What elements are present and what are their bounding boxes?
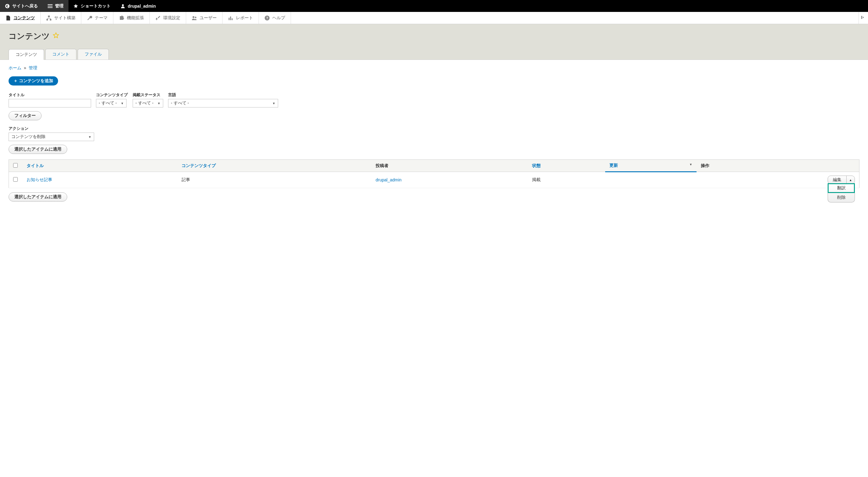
tab-files[interactable]: ファイル <box>78 49 109 60</box>
menu-appearance[interactable]: テーマ <box>81 12 114 24</box>
people-icon <box>192 15 197 21</box>
puzzle-icon <box>119 15 124 21</box>
action-value: コンテンツを削除 <box>11 134 45 140</box>
apply-top-label: 選択したアイテムに適用 <box>14 146 61 151</box>
page-title: コンテンツ <box>8 31 50 41</box>
svg-point-0 <box>5 4 9 8</box>
tools-icon <box>155 15 161 21</box>
favorite-star-icon[interactable] <box>53 32 59 40</box>
toolbar-top: サイトへ戻る 管理 ショートカット drupal_admin <box>0 0 868 12</box>
breadcrumb-sep: » <box>24 65 26 70</box>
user-icon <box>120 4 125 8</box>
toolbar-orientation-toggle[interactable] <box>859 12 868 24</box>
toolbar-manage[interactable]: 管理 <box>43 0 68 12</box>
svg-rect-7 <box>50 19 51 21</box>
add-content-button[interactable]: ＋ コンテンツを追加 <box>8 76 58 86</box>
menu-extend-label: 機能拡張 <box>127 15 144 21</box>
svg-rect-1 <box>48 4 53 5</box>
ops-translate[interactable]: 翻訳 <box>828 183 855 193</box>
row-type: 記事 <box>177 172 371 188</box>
toolbar-shortcuts[interactable]: ショートカット <box>68 0 116 12</box>
filter-button-label: フィルター <box>14 113 36 118</box>
ops-toggle[interactable]: ▲ <box>847 176 855 184</box>
hamburger-icon <box>48 4 53 8</box>
star-icon <box>73 4 78 8</box>
filter-lang-select[interactable]: - すべて - ▼ <box>168 99 278 107</box>
filter-type-select[interactable]: - すべて - ▼ <box>96 99 127 107</box>
menu-content[interactable]: コンテンツ <box>0 12 41 24</box>
menu-reports[interactable]: レポート <box>222 12 259 24</box>
select-all-checkbox[interactable] <box>13 163 18 168</box>
chevron-left-icon <box>5 4 10 8</box>
tab-comments-label: コメント <box>52 52 69 57</box>
chevron-down-icon: ▼ <box>121 102 124 105</box>
filter-title-label: タイトル <box>8 92 91 98</box>
ops-edit-label: 編集 <box>833 177 841 182</box>
tab-content[interactable]: コンテンツ <box>8 49 44 60</box>
toolbar-user[interactable]: drupal_admin <box>116 0 161 12</box>
menu-content-label: コンテンツ <box>13 15 35 21</box>
toolbar-manage-label: 管理 <box>55 3 64 9</box>
plus-icon: ＋ <box>13 78 18 84</box>
filter-status-label: 掲載ステータス <box>133 92 163 98</box>
col-updated[interactable]: 更新▼ <box>610 163 618 168</box>
breadcrumb-home[interactable]: ホーム <box>8 65 21 70</box>
col-status[interactable]: 状態 <box>532 163 541 168</box>
svg-rect-5 <box>48 15 50 17</box>
row-author-link[interactable]: drupal_admin <box>376 177 402 182</box>
tab-files-label: ファイル <box>85 52 102 57</box>
col-title[interactable]: タイトル <box>27 163 44 168</box>
row-title-link[interactable]: お知らせ記事 <box>27 177 52 182</box>
filter-button[interactable]: フィルター <box>8 111 41 120</box>
ops-delete[interactable]: 削除 <box>828 193 855 202</box>
col-type[interactable]: コンテンツタイプ <box>182 163 216 168</box>
menu-help[interactable]: ? ヘルプ <box>259 12 291 24</box>
add-content-label: コンテンツを追加 <box>19 78 53 84</box>
toolbar-back[interactable]: サイトへ戻る <box>0 0 43 12</box>
chevron-down-icon: ▼ <box>272 102 275 105</box>
ops-translate-label: 翻訳 <box>837 185 846 190</box>
chevron-down-icon: ▼ <box>157 102 160 105</box>
svg-rect-12 <box>232 18 232 20</box>
apply-bottom-label: 選択したアイテムに適用 <box>14 194 61 199</box>
menu-appearance-label: テーマ <box>95 15 107 21</box>
chevron-up-icon: ▲ <box>849 178 852 182</box>
bar-chart-icon <box>228 15 234 21</box>
toolbar-shortcuts-label: ショートカット <box>81 3 111 9</box>
filter-lang-value: - すべて - <box>171 100 189 106</box>
row-checkbox[interactable] <box>13 177 18 182</box>
apply-action-button-top[interactable]: 選択したアイテムに適用 <box>8 145 67 154</box>
page-header: コンテンツ コンテンツ コメント ファイル <box>0 24 868 60</box>
toolbar-user-label: drupal_admin <box>128 4 156 8</box>
menu-structure[interactable]: サイト構築 <box>41 12 81 24</box>
menu-reports-label: レポート <box>236 15 253 21</box>
hierarchy-icon <box>46 15 52 21</box>
menu-people[interactable]: ユーザー <box>186 12 222 24</box>
ops-edit[interactable]: 編集 <box>828 176 847 184</box>
filter-status-select[interactable]: - すべて - ▼ <box>133 99 163 107</box>
filter-type-value: - すべて - <box>99 100 117 106</box>
svg-rect-3 <box>48 7 53 8</box>
toolbar-back-label: サイトへ戻る <box>12 3 38 9</box>
sort-desc-icon: ▼ <box>689 163 692 166</box>
filter-type-label: コンテンツタイプ <box>96 92 128 98</box>
content-table: タイトル コンテンツタイプ 投稿者 状態 更新▼ 操作 お知らせ記事 記事 dr… <box>8 160 860 188</box>
menu-extend[interactable]: 機能拡張 <box>114 12 150 24</box>
wrench-icon <box>87 15 92 21</box>
breadcrumb: ホーム » 管理 <box>8 65 860 71</box>
ops-menu: 翻訳 削除 <box>828 183 855 202</box>
svg-point-9 <box>195 16 196 18</box>
action-select[interactable]: コンテンツを削除 ▼ <box>8 133 94 141</box>
tab-content-label: コンテンツ <box>16 52 37 57</box>
menu-config[interactable]: 環境設定 <box>150 12 186 24</box>
tab-comments[interactable]: コメント <box>45 49 76 60</box>
filter-title-input[interactable] <box>8 99 91 107</box>
col-updated-label: 更新 <box>610 163 618 168</box>
row-updated <box>605 172 696 188</box>
breadcrumb-admin[interactable]: 管理 <box>29 65 37 70</box>
col-ops: 操作 <box>696 160 859 172</box>
orientation-icon <box>861 15 866 21</box>
svg-text:?: ? <box>266 16 268 20</box>
apply-action-button-bottom[interactable]: 選択したアイテムに適用 <box>8 193 67 202</box>
menu-structure-label: サイト構築 <box>54 15 75 21</box>
